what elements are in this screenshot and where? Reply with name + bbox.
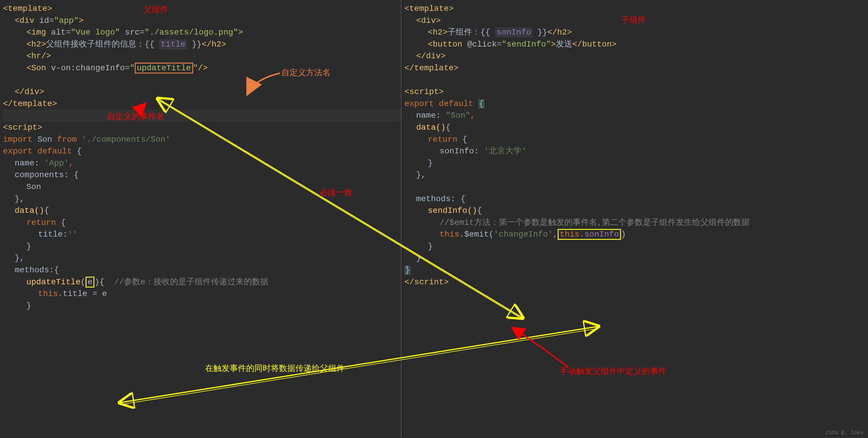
v-on-attr: v-on:changeInfo [51, 64, 125, 73]
child-component-pane[interactable]: <template> <div> <h2>子组件：{{ sonInfo }}</… [401, 0, 868, 438]
code-value: "app" [54, 16, 79, 25]
watermark: CSDN @. Idea [825, 430, 863, 436]
param-e-box: e [86, 277, 95, 288]
emit-comment: //$emit方法：第一个参数是触发的事件名,第二个参数是子组件发生给父组件的数… [440, 218, 750, 227]
parent-component-pane[interactable]: <template> <div id="app"> <img alt="Vue … [0, 0, 401, 438]
code-tag: <template> [3, 4, 52, 13]
code-attr: id [39, 16, 49, 25]
change-info-arg: 'changeInfo' [494, 230, 553, 239]
hr-tag: <hr/> [26, 52, 51, 61]
code-tag: <div [14, 16, 39, 25]
manual-trigger-label: 手动触发父组件中定义的事件 [560, 366, 666, 378]
update-title-boxed: updateTitle [135, 63, 193, 73]
this-soninfo-box: this.sonInfo [558, 229, 621, 240]
update-title-method: updateTitle [26, 277, 81, 287]
title-var: title [159, 39, 187, 49]
editor-container: <template> <div id="app"> <img alt="Vue … [0, 0, 868, 438]
transfer-data-label: 在触发事件的同时将数据传递给父组件 [205, 363, 345, 375]
soninfo-var: sonInfo [495, 28, 533, 37]
